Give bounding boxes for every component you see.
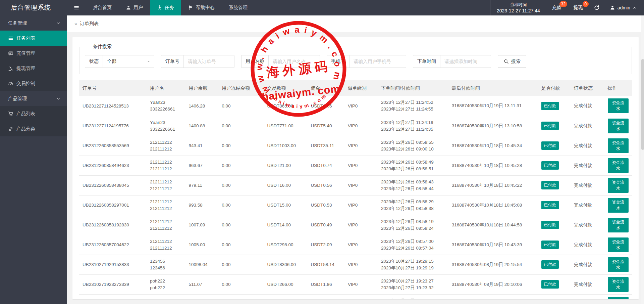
sidebar-group-header[interactable]: 任务管理 [0,15,67,31]
cell-frozen: 0.00 [218,274,264,294]
sidebar-group-header[interactable]: 产品管理 [0,91,67,106]
cell-order-no: UB2310271929153833 [79,255,147,274]
local-time-value: 2023-12-27 11:27:44 [497,8,540,14]
sidebar-item-label: 提现管理 [16,66,35,72]
cell-order-no: UB2312260858438045 [79,175,147,195]
column-header: 订单状态 [571,80,604,96]
cell-amount: USDT266.00 [264,274,307,294]
fund-flow-button[interactable]: 资金流水 [608,218,629,232]
cell-action: 资金流水 [604,274,632,294]
cell-commission: USDT0.53 [308,195,344,215]
cell-user: poh222poh222 [147,274,185,294]
fund-flow-button[interactable]: 资金流水 [608,158,629,173]
nav-item[interactable]: 用户 [119,0,150,15]
search-button[interactable]: 搜索 [498,55,526,68]
sidebar-item[interactable]: 充值管理 [0,46,67,61]
order-time-input[interactable] [440,55,491,68]
order-time-filter-group: 下单时间 [413,55,491,68]
app-title: 后台管理系统 [0,0,67,15]
cell-status: 完成付款 [571,274,604,294]
table-row: UB2310271923124786poh222poh222508.510.00… [79,294,632,299]
nav-item[interactable]: 帮助中心 [181,0,222,15]
cell-status: 完成付款 [571,195,604,215]
orders-table: 订单号用户名用户余额用户冻结金额交易数额佣金做单级别下单时间/付款时间最后付款时… [79,80,632,299]
column-header: 佣金 [308,80,344,96]
cell-commission: USDT0.56 [308,175,344,195]
cell-commission: USDT2.09 [308,235,344,255]
sidebar-group-items: 产品列表产品分类 [0,106,67,136]
recharge-link[interactable]: 充值 32 [546,0,568,15]
cell-last-pay-time: 31688740530年10月18日 10:45:28 [448,156,538,175]
paid-badge: 已付款 [541,280,559,289]
fund-flow-button[interactable]: 资金流水 [608,277,629,292]
cell-commission: USDT0.49 [308,215,344,235]
cell-amount: USDT298.00 [264,235,307,255]
local-time-label: 当地时间 [510,2,527,8]
fund-flow-button[interactable]: 资金流水 [608,198,629,213]
scrollbar-thumb[interactable] [641,59,644,150]
paid-badge: 已付款 [541,122,559,130]
admin-menu[interactable]: admin [604,0,644,15]
cell-order-no: UB2312260858192830 [79,215,147,235]
withdraw-link[interactable]: 提现 0 [568,0,589,15]
nav-item[interactable]: 系统管理 [222,0,255,15]
top-header: 后台管理系统 后台首页用户任务帮助中心系统管理 当地时间 2023-12-27 … [0,0,644,15]
status-select[interactable]: 全部 [103,55,154,68]
page-scrollbar[interactable] [641,15,644,304]
cell-commission: USDT6.06 [308,96,344,116]
username-input[interactable] [269,55,320,68]
fund-flow-button[interactable]: 资金流水 [608,98,629,113]
cell-action: 资金流水 [604,175,632,195]
sidebar-item[interactable]: 产品列表 [0,106,67,121]
refresh-button[interactable] [589,0,604,15]
cell-status: 完成付款 [571,294,604,299]
gauge-icon [8,81,13,86]
nav-item[interactable]: 后台首页 [86,0,119,15]
phone-input[interactable] [350,55,406,68]
table-row: UB2312260858553569212111212212111212943.… [79,136,632,156]
order-no-input[interactable] [184,55,234,68]
cell-frozen: 0.00 [218,294,264,299]
cell-times: 2023年12月26日 08:58:192023年12月26日 08:58:24 [378,215,448,235]
hamburger-icon [74,5,79,10]
cell-paid: 已付款 [538,294,571,299]
sidebar-item[interactable]: 任务列表 [0,31,67,46]
sidebar-item[interactable]: 提现管理 [0,61,67,76]
cell-status: 完成付款 [571,255,604,274]
paid-badge: 已付款 [541,201,559,209]
cell-amount: USDT15.00 [264,195,307,215]
sidebar-item-label: 充值管理 [16,50,35,56]
flag-icon [188,5,194,10]
cell-paid: 已付款 [538,274,571,294]
nav-item[interactable]: 任务 [150,0,181,15]
cell-order-no: UB2312271124195776 [79,116,147,136]
cell-user: 212111212212111212 [147,195,185,215]
fund-flow-button[interactable]: 资金流水 [608,297,629,300]
sidebar-item[interactable]: 产品分类 [0,121,67,136]
fund-flow-button[interactable]: 资金流水 [608,138,629,153]
phone-filter-group: 手机号 [327,55,406,68]
table-row: UB2312260858494623212111212212111212963.… [79,156,632,175]
fund-flow-button[interactable]: 资金流水 [608,257,629,272]
cell-user: 212111212212111212 [147,136,185,156]
column-header: 用户冻结金额 [218,80,264,96]
table-row: UB231027192915383312345612345610098.040.… [79,255,632,274]
search-fieldset: 条件搜索 状态 全部 订单号 [79,44,632,74]
sidebar-toggle-button[interactable] [67,0,86,15]
sidebar-item[interactable]: 交易控制 [0,76,67,91]
chevron-down-icon [56,21,60,25]
column-header: 最后付款时间 [448,80,538,96]
fund-flow-button[interactable]: 资金流水 [608,178,629,193]
cell-order-no: UB2312260858553569 [79,136,147,156]
fund-flow-button[interactable]: 资金流水 [608,237,629,252]
cell-level: VIP0 [344,156,378,175]
sidebar-item-label: 产品分类 [16,126,35,132]
cell-last-pay-time: 31688740530年08月19日 20:10:06 [448,274,538,294]
column-header: 是否付款 [538,80,571,96]
cell-times: 2023年12月26日 08:58:432023年12月26日 08:58:44 [378,175,448,195]
cell-level: VIP0 [344,274,378,294]
cell-amount: USDT16.00 [264,175,307,195]
cell-times: 2023年12月26日 08:58:492023年12月26日 08:58:51 [378,156,448,175]
fund-flow-button[interactable]: 资金流水 [608,119,629,133]
cell-balance: 979.11 [185,175,218,195]
